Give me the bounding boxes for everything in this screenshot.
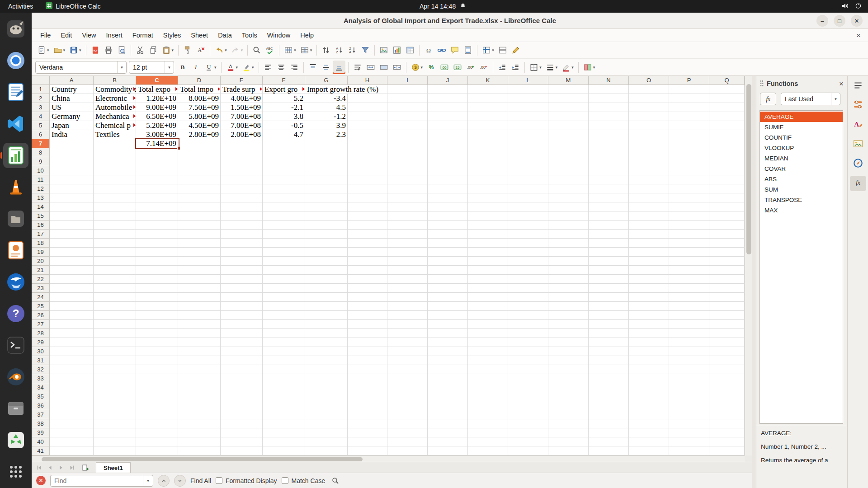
merge-cells-button[interactable] [377, 61, 390, 74]
column-header-H[interactable]: H [348, 76, 387, 85]
font-size-combo[interactable]: 12 pt ▾ [129, 61, 174, 74]
row-header-36[interactable]: 36 [32, 401, 50, 410]
horizontal-scrollbar-thumb[interactable] [42, 457, 363, 461]
cell-E2[interactable]: 4.00E+09 [221, 94, 263, 103]
row-header-32[interactable]: 32 [32, 365, 50, 374]
insert-column-button[interactable]: ▾ [298, 43, 314, 57]
font-name-combo[interactable]: Verdana ▾ [35, 61, 127, 74]
open-button[interactable]: ▾ [52, 43, 67, 57]
menu-window[interactable]: Window [262, 30, 296, 40]
delete-decimal-place-button[interactable]: .00 [477, 61, 490, 74]
cell-B6[interactable]: Textiles [94, 130, 136, 139]
row-header-12[interactable]: 12 [32, 184, 50, 193]
column-header-F[interactable]: F [263, 76, 305, 85]
find-and-replace-button[interactable] [331, 477, 340, 485]
cell-D3[interactable]: 7.50E+09 [178, 103, 221, 112]
row-header-25[interactable]: 25 [32, 302, 50, 311]
format-as-date-button[interactable]: 15 [451, 61, 464, 74]
merge-and-center-button[interactable] [364, 61, 377, 74]
chevron-down-icon[interactable]: ▾ [593, 65, 595, 70]
menu-tools[interactable]: Tools [237, 30, 262, 40]
system-status-area[interactable] [841, 2, 862, 11]
format-as-number-button[interactable]: 00 [438, 61, 451, 74]
row-header-23[interactable]: 23 [32, 284, 50, 293]
align-top-button[interactable] [307, 61, 319, 74]
function-item-abs[interactable]: ABS [760, 174, 843, 184]
chevron-down-icon[interactable]: ▾ [539, 65, 542, 70]
format-as-percent-button[interactable]: % [425, 61, 438, 74]
insert-image-button[interactable] [377, 43, 390, 57]
close-find-bar-button[interactable]: ✕ [36, 476, 46, 485]
cell-E3[interactable]: 1.50E+09 [221, 103, 263, 112]
row-header-20[interactable]: 20 [32, 257, 50, 266]
row-header-19[interactable]: 19 [32, 248, 50, 257]
insert-chart-button[interactable] [391, 43, 403, 57]
insert-comment-button[interactable] [448, 43, 461, 57]
cell-G1[interactable]: Import growth rate (%) [305, 85, 387, 94]
dock-files-icon[interactable] [3, 206, 28, 231]
cell-C5[interactable]: 5.20E+09 [136, 121, 178, 130]
fill-handle[interactable] [177, 147, 180, 150]
last-sheet-button[interactable] [67, 463, 77, 472]
chevron-down-icon[interactable]: ▾ [225, 48, 227, 52]
cell-E6[interactable]: 2.00E+08 [221, 130, 263, 139]
chevron-down-icon[interactable]: ▾ [571, 65, 574, 70]
row-header-40[interactable]: 40 [32, 437, 50, 446]
column-header-D[interactable]: D [178, 76, 221, 85]
cell-B1[interactable]: Commodity t [94, 85, 136, 94]
function-item-sumif[interactable]: SUMIF [760, 122, 843, 132]
menu-insert[interactable]: Insert [101, 30, 127, 40]
print-button[interactable] [102, 43, 115, 57]
vertical-scrollbar[interactable] [745, 76, 752, 455]
formatted-display-checkbox[interactable]: Formatted Display [216, 477, 277, 484]
show-draw-functions-button[interactable] [509, 43, 522, 57]
chevron-down-icon[interactable]: ▾ [421, 65, 423, 70]
cell-D4[interactable]: 5.80E+09 [178, 112, 221, 121]
row-header-14[interactable]: 14 [32, 202, 50, 211]
format-as-currency-button[interactable]: $▾ [409, 61, 425, 74]
function-item-covar[interactable]: COVAR [760, 164, 843, 174]
cell-F1[interactable]: Export gro [263, 85, 305, 94]
function-item-vlookup[interactable]: VLOOKUP [760, 143, 843, 153]
function-item-max[interactable]: MAX [760, 205, 843, 216]
cell-F6[interactable]: 4.7 [263, 130, 305, 139]
row-header-26[interactable]: 26 [32, 311, 50, 320]
align-left-button[interactable] [262, 61, 274, 74]
function-item-countif[interactable]: COUNTIF [760, 132, 843, 143]
chevron-down-icon[interactable]: ▾ [310, 48, 312, 52]
column-header-O[interactable]: O [629, 76, 669, 85]
row-header-8[interactable]: 8 [32, 148, 50, 157]
insert-special-character-button[interactable]: Ω [422, 43, 435, 57]
cell-A2[interactable]: China [50, 94, 94, 103]
chevron-down-icon[interactable]: ▾ [831, 93, 840, 105]
underline-button[interactable]: U▾ [203, 61, 218, 74]
cell-C3[interactable]: 9.00E+09 [136, 103, 178, 112]
focused-app-indicator[interactable]: LibreOffice Calc [46, 2, 100, 10]
previous-sheet-button[interactable] [45, 463, 55, 472]
highlighting-color-button[interactable]: ▾ [240, 61, 256, 74]
bold-button[interactable]: B [176, 61, 189, 74]
chevron-down-icon[interactable]: ▾ [214, 65, 217, 70]
chevron-down-icon[interactable]: ▾ [252, 65, 254, 70]
chevron-down-icon[interactable]: ▾ [172, 48, 174, 52]
close-document-button[interactable]: × [856, 32, 861, 39]
print-preview-button[interactable] [115, 43, 128, 57]
spelling-button[interactable]: ABC [264, 43, 276, 57]
cell-A6[interactable]: India [50, 130, 94, 139]
cell-C4[interactable]: 6.50E+09 [136, 112, 178, 121]
add-sheet-button[interactable] [80, 463, 91, 472]
dock-thunderbird-icon[interactable] [3, 269, 28, 295]
column-header-B[interactable]: B [94, 76, 136, 85]
row-header-41[interactable]: 41 [32, 446, 50, 455]
row-header-38[interactable]: 38 [32, 419, 50, 428]
split-window-button[interactable] [496, 43, 509, 57]
find-previous-button[interactable] [158, 475, 170, 487]
function-item-median[interactable]: MEDIAN [760, 153, 843, 164]
center-vertically-button[interactable] [320, 61, 332, 74]
column-header-C[interactable]: C [136, 76, 178, 85]
row-header-13[interactable]: 13 [32, 193, 50, 202]
italic-button[interactable]: I [189, 61, 202, 74]
menu-view[interactable]: View [77, 30, 101, 40]
row-header-27[interactable]: 27 [32, 320, 50, 329]
cell-F2[interactable]: 5.2 [263, 94, 305, 103]
